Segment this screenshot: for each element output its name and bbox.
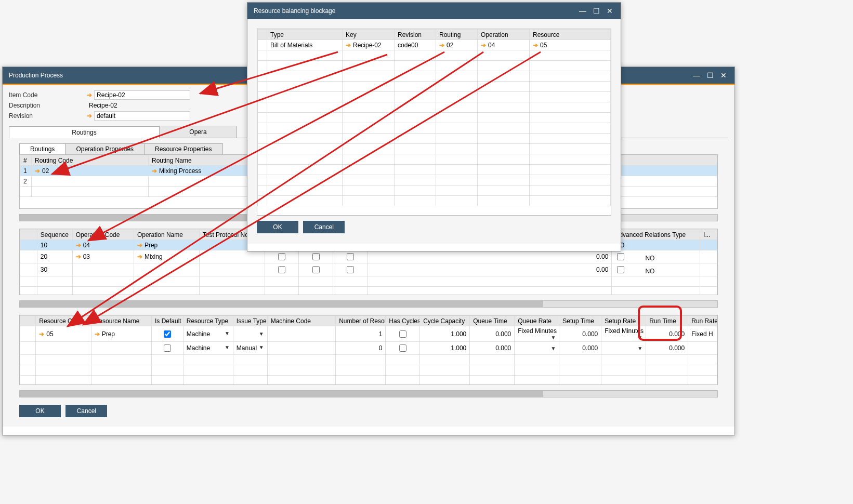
- item-code-field[interactable]: [94, 90, 190, 100]
- close-icon[interactable]: ✕: [605, 7, 614, 15]
- link-arrow-icon[interactable]: ➔: [439, 42, 444, 49]
- table-row[interactable]: [258, 175, 611, 185]
- col-machine-code[interactable]: Machine Code: [267, 316, 336, 326]
- link-arrow-icon[interactable]: ➔: [533, 42, 538, 49]
- checkbox[interactable]: [347, 266, 354, 273]
- table-row[interactable]: [258, 82, 611, 92]
- has-cycles-checkbox[interactable]: [399, 330, 406, 338]
- col-issue-type[interactable]: Issue Type: [233, 316, 267, 326]
- dialog-cancel-button[interactable]: Cancel: [303, 221, 345, 233]
- col-queue-time[interactable]: Queue Time: [470, 316, 515, 326]
- checkbox[interactable]: [617, 253, 624, 260]
- revision-label: Revision: [9, 112, 87, 120]
- tab-routings[interactable]: Routings: [9, 126, 160, 138]
- link-arrow-icon[interactable]: ➔: [481, 42, 486, 49]
- col-run-rate[interactable]: Run Rate: [688, 316, 717, 326]
- table-row[interactable]: Bill of Materials ➔Recipe-02 code00 ➔02 …: [258, 40, 611, 50]
- table-row[interactable]: [258, 154, 611, 165]
- has-cycles-checkbox[interactable]: [399, 344, 406, 352]
- col-run-time[interactable]: Run Time: [646, 316, 688, 326]
- table-row[interactable]: 30 0.00 NO: [20, 263, 717, 276]
- maximize-icon[interactable]: ☐: [705, 71, 715, 79]
- qc-checkbox[interactable]: [278, 253, 285, 260]
- subtab-routings[interactable]: Routings: [19, 143, 65, 154]
- col-sequence[interactable]: Sequence: [37, 230, 72, 240]
- col-num-resources[interactable]: Number of Resources: [336, 316, 386, 326]
- revision-field[interactable]: [94, 111, 190, 121]
- is-default-checkbox[interactable]: [164, 330, 171, 338]
- table-row[interactable]: [258, 196, 611, 206]
- table-row[interactable]: Machine▼ Manual▼ 0 1.000 0.000 ▼ 0.000 ▼…: [20, 342, 717, 355]
- table-row[interactable]: [20, 276, 717, 287]
- table-row[interactable]: [20, 355, 717, 365]
- tab-operations[interactable]: Opera: [159, 126, 237, 138]
- minimize-icon[interactable]: —: [692, 71, 701, 79]
- col-op-code[interactable]: Operation Code: [72, 230, 134, 240]
- link-arrow-icon[interactable]: ➔: [76, 242, 81, 249]
- col-type[interactable]: Type: [267, 30, 343, 40]
- col-i[interactable]: I...: [700, 230, 717, 240]
- link-arrow-icon[interactable]: ➔: [87, 112, 92, 120]
- col-operation[interactable]: Operation: [478, 30, 530, 40]
- col-setup-time[interactable]: Setup Time: [559, 316, 601, 326]
- col-setup-rate[interactable]: Setup Rate: [601, 316, 646, 326]
- checkbox[interactable]: [312, 266, 320, 273]
- chevron-down-icon: ▼: [225, 330, 230, 336]
- link-arrow-icon[interactable]: ➔: [346, 42, 351, 49]
- link-arrow-icon[interactable]: ➔: [95, 330, 100, 338]
- table-row[interactable]: ➔05 ➔Prep Machine▼ ▼ 1 1.000 0.000 Fixed…: [20, 326, 717, 342]
- col-op-name[interactable]: Operation Name: [134, 230, 199, 240]
- col-has-cycles[interactable]: Has Cycles: [386, 316, 420, 326]
- table-row[interactable]: [258, 50, 611, 61]
- table-row[interactable]: [258, 71, 611, 82]
- col-cycle-capacity[interactable]: Cycle Capacity: [420, 316, 470, 326]
- link-arrow-icon[interactable]: ➔: [39, 330, 44, 338]
- table-row[interactable]: [258, 185, 611, 196]
- link-arrow-icon[interactable]: ➔: [76, 253, 81, 260]
- col-resource-type[interactable]: Resource Type: [183, 316, 233, 326]
- qc-checkbox[interactable]: [278, 266, 285, 273]
- table-row[interactable]: [258, 113, 611, 123]
- dialog-ok-button[interactable]: OK: [257, 221, 298, 233]
- table-row[interactable]: [258, 102, 611, 113]
- link-arrow-icon[interactable]: ➔: [152, 167, 157, 175]
- checkbox[interactable]: [617, 266, 624, 273]
- minimize-icon[interactable]: —: [578, 7, 587, 15]
- table-row[interactable]: [20, 287, 717, 296]
- col-resource[interactable]: Resource: [530, 30, 611, 40]
- link-arrow-icon[interactable]: ➔: [137, 253, 142, 260]
- checkbox[interactable]: [347, 253, 354, 260]
- scrollbar[interactable]: [19, 300, 718, 308]
- table-row[interactable]: 20 ➔03 ➔Mixing 0.00 NO: [20, 250, 717, 263]
- close-icon[interactable]: ✕: [719, 71, 728, 79]
- col-resource-name[interactable]: Resource Name: [91, 316, 151, 326]
- table-row[interactable]: [258, 134, 611, 144]
- col-routing[interactable]: Routing: [436, 30, 478, 40]
- col-resource-code[interactable]: Resource Code: [36, 316, 91, 326]
- link-arrow-icon[interactable]: ➔: [137, 242, 142, 249]
- checkbox[interactable]: [312, 253, 320, 260]
- cancel-button[interactable]: Cancel: [65, 405, 107, 417]
- link-arrow-icon[interactable]: ➔: [35, 167, 40, 175]
- subtab-operation-properties[interactable]: Operation Properties: [65, 143, 145, 154]
- table-row[interactable]: [20, 365, 717, 376]
- table-row[interactable]: [258, 144, 611, 154]
- scrollbar[interactable]: [19, 390, 718, 397]
- subtab-resource-properties[interactable]: Resource Properties: [144, 143, 222, 154]
- table-row[interactable]: [258, 165, 611, 175]
- col-queue-rate[interactable]: Queue Rate: [515, 316, 559, 326]
- table-row[interactable]: [258, 92, 611, 102]
- col-num[interactable]: #: [20, 155, 32, 166]
- col-is-default[interactable]: Is Default: [152, 316, 183, 326]
- col-advrel[interactable]: Advanced Relations Type: [612, 230, 700, 240]
- is-default-checkbox[interactable]: [164, 344, 171, 352]
- col-revision[interactable]: Revision: [395, 30, 436, 40]
- table-row[interactable]: [258, 123, 611, 134]
- col-routing-code[interactable]: Routing Code: [32, 155, 149, 166]
- table-row[interactable]: [258, 61, 611, 71]
- link-arrow-icon[interactable]: ➔: [87, 91, 92, 99]
- col-key[interactable]: Key: [343, 30, 395, 40]
- ok-button[interactable]: OK: [19, 405, 61, 417]
- table-row[interactable]: [20, 376, 717, 386]
- maximize-icon[interactable]: ☐: [592, 7, 601, 15]
